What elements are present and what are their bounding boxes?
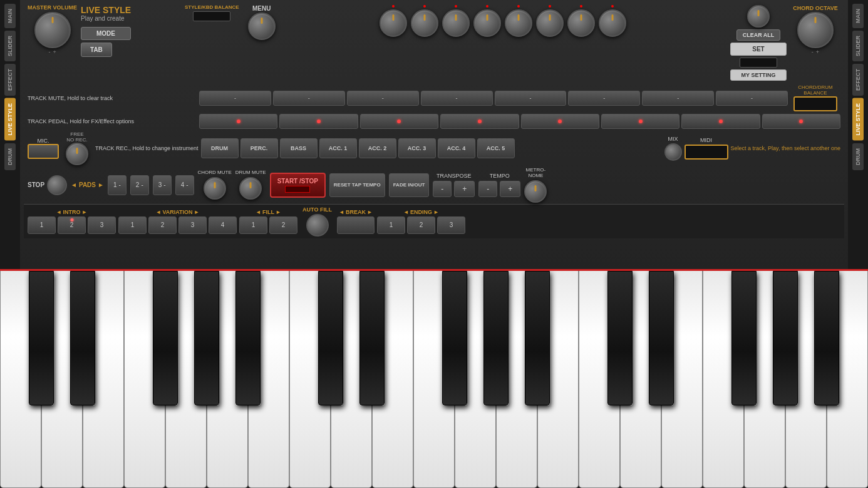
knob-6[interactable]: [536, 9, 564, 37]
track-mute-btn-2[interactable]: -: [273, 91, 345, 106]
metronome-knob[interactable]: [524, 180, 547, 203]
red-dot-8: [611, 5, 614, 8]
variation-btn-1[interactable]: 1: [118, 216, 147, 234]
sidebar-effect-right[interactable]: EFFECT: [852, 64, 864, 96]
track-acc2-btn[interactable]: ACC. 2: [359, 138, 396, 158]
variation-btn-4[interactable]: 4: [209, 216, 237, 234]
black-key-2-2[interactable]: [731, 271, 757, 405]
fill-btn-1[interactable]: 1: [239, 216, 267, 234]
midi-label: MIDI: [700, 137, 712, 143]
black-key-1-0[interactable]: [318, 271, 343, 405]
variation-btn-3[interactable]: 3: [178, 216, 207, 234]
sidebar-livestyle-left[interactable]: LIVE STYLE: [4, 98, 16, 141]
track-perc-btn[interactable]: PERC.: [240, 138, 278, 158]
sidebar-slider-right[interactable]: SLIDER: [852, 31, 864, 61]
track-acc1-btn[interactable]: ACC. 1: [319, 138, 357, 158]
fill-btn-2[interactable]: 2: [269, 216, 297, 234]
mix-knob[interactable]: [664, 143, 682, 161]
reset-button[interactable]: RESET TAP TEMPO: [329, 173, 385, 197]
pad-btn-2[interactable]: 2 -: [130, 175, 149, 195]
knob-1[interactable]: [380, 9, 407, 37]
track-pedal-btn-5[interactable]: [521, 114, 599, 129]
auto-fill-knob[interactable]: [306, 214, 329, 236]
start-stop-button[interactable]: START /STOP: [270, 173, 326, 198]
knob-7[interactable]: [567, 9, 595, 37]
black-key-0-4[interactable]: [235, 271, 261, 405]
black-key-0-0[interactable]: [29, 271, 54, 405]
track-acc3-btn[interactable]: ACC. 3: [398, 138, 436, 158]
sidebar-drum-left[interactable]: DRUM: [4, 143, 16, 170]
black-key-1-2[interactable]: [442, 271, 467, 405]
black-key-2-3[interactable]: [773, 271, 798, 405]
track-bass-btn[interactable]: BASS: [280, 138, 318, 158]
track-pedal-btn-3[interactable]: [360, 114, 438, 129]
sidebar-livestyle-right[interactable]: LIVE STYLE: [852, 98, 864, 141]
track-pedal-btn-2[interactable]: [279, 114, 358, 129]
track-pedal-btn-4[interactable]: [440, 114, 519, 129]
black-key-1-4[interactable]: [525, 271, 550, 405]
track-pedal-btn-6[interactable]: [601, 114, 679, 129]
tab-button[interactable]: TAB: [81, 43, 112, 57]
menu-knob[interactable]: [248, 13, 276, 40]
my-setting-button[interactable]: MY SETTING: [730, 69, 787, 81]
ending-btn-2[interactable]: 2: [407, 216, 435, 234]
track-mute-btn-5[interactable]: -: [495, 91, 567, 106]
knob-4[interactable]: [473, 9, 501, 37]
black-key-0-2[interactable]: [153, 271, 178, 405]
black-key-1-3[interactable]: [483, 271, 509, 405]
stop-knob[interactable]: [47, 175, 67, 195]
chord-octave-knob[interactable]: [797, 12, 834, 48]
sidebar-effect-left[interactable]: EFFECT: [4, 64, 16, 96]
track-mute-btn-6[interactable]: -: [568, 91, 640, 106]
black-key-1-1[interactable]: [359, 271, 385, 405]
sidebar-slider-left[interactable]: SLIDER: [4, 31, 16, 61]
black-key-2-0[interactable]: [607, 271, 633, 405]
track-mute-btn-1[interactable]: -: [199, 91, 271, 106]
break-btn-empty[interactable]: [337, 216, 375, 234]
black-key-2-4[interactable]: [814, 271, 839, 405]
transpose-plus-button[interactable]: +: [454, 181, 475, 197]
track-pedal-btn-7[interactable]: [681, 114, 760, 129]
knob-5[interactable]: [505, 9, 532, 37]
track-mute-btn-7[interactable]: -: [642, 91, 714, 106]
pad-btn-4[interactable]: 4 -: [175, 175, 194, 195]
track-pedal-btn-1[interactable]: [199, 114, 277, 129]
chord-mute-knob[interactable]: [204, 177, 226, 200]
clear-all-knob[interactable]: [747, 5, 770, 28]
clear-all-button[interactable]: CLEAR ALL: [736, 29, 780, 41]
drum-mute-knob[interactable]: [239, 177, 262, 200]
tempo-plus-button[interactable]: +: [500, 181, 520, 197]
sidebar-main-left[interactable]: MAIN: [4, 4, 16, 28]
set-button[interactable]: SET: [730, 43, 787, 56]
fade-button[interactable]: FADE IN/OUT: [389, 173, 430, 197]
track-mute-btn-4[interactable]: -: [421, 91, 493, 106]
tempo-minus-button[interactable]: -: [478, 181, 497, 197]
variation-btn-2[interactable]: 2: [148, 216, 177, 234]
knob-8[interactable]: [599, 9, 626, 37]
ending-btn-3[interactable]: 3: [437, 216, 465, 234]
black-key-2-1[interactable]: [649, 271, 674, 405]
pad-btn-3[interactable]: 3 -: [153, 175, 172, 195]
sidebar-main-right[interactable]: MAIN: [852, 4, 864, 28]
track-mute-btn-8[interactable]: -: [716, 91, 788, 106]
black-key-0-1[interactable]: [70, 271, 95, 405]
mode-button[interactable]: MODE: [81, 27, 131, 40]
track-pedal-btn-8[interactable]: [762, 114, 840, 129]
intro-btn-1[interactable]: 1: [28, 216, 56, 234]
transpose-minus-button[interactable]: -: [433, 181, 452, 197]
track-mute-btn-3[interactable]: -: [347, 91, 419, 106]
free-knob[interactable]: [66, 143, 88, 165]
master-volume-knob[interactable]: [34, 12, 71, 48]
knob-2[interactable]: [411, 9, 438, 37]
intro-btn-3[interactable]: 3: [88, 216, 116, 234]
track-acc5-btn[interactable]: ACC. 5: [477, 138, 515, 158]
mic-button[interactable]: [28, 144, 59, 159]
sidebar-drum-right[interactable]: DRUM: [852, 143, 864, 170]
track-drum-btn[interactable]: DRUM: [201, 138, 239, 158]
ending-btn-1[interactable]: 1: [377, 216, 405, 234]
intro-btn-2[interactable]: 2: [58, 216, 86, 234]
knob-3[interactable]: [442, 9, 470, 37]
pad-btn-1[interactable]: 1 -: [108, 175, 127, 195]
track-acc4-btn[interactable]: ACC. 4: [438, 138, 475, 158]
black-key-0-3[interactable]: [194, 271, 219, 405]
